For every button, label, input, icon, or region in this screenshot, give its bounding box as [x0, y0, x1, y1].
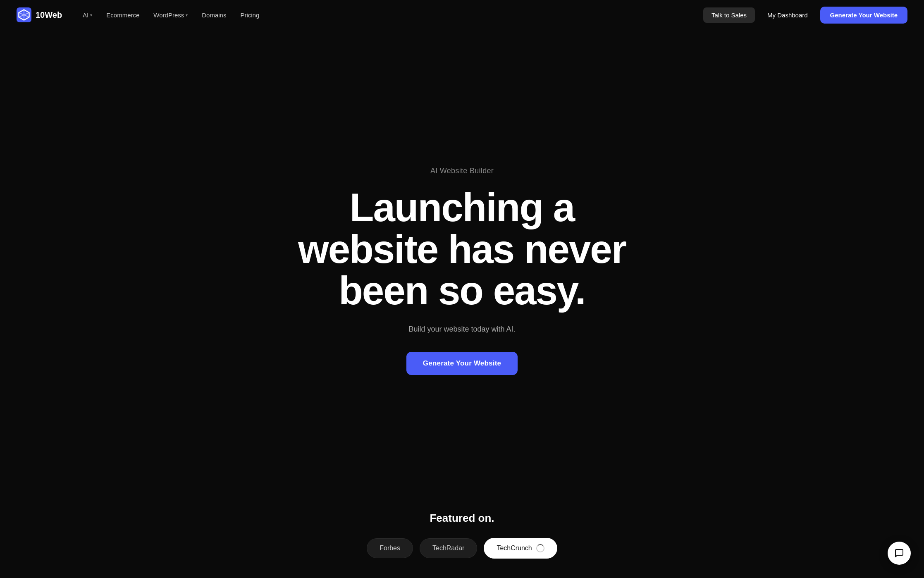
loading-spinner	[536, 544, 544, 552]
nav-link-ai[interactable]: AI ▾	[77, 8, 98, 22]
generate-website-nav-button[interactable]: Generate Your Website	[820, 7, 907, 24]
logo[interactable]: 10Web	[17, 7, 62, 22]
generate-website-hero-button[interactable]: Generate Your Website	[406, 352, 518, 375]
chat-icon	[894, 548, 904, 558]
brand-name: 10Web	[36, 10, 62, 20]
featured-badge-techradar: TechRadar	[420, 538, 477, 558]
nav-link-wordpress[interactable]: WordPress ▾	[148, 8, 193, 22]
hero-description: Build your website today with AI.	[408, 325, 515, 334]
featured-section: Featured on. Forbes TechRadar TechCrunch	[0, 495, 924, 578]
hero-section: AI Website Builder Launching a website h…	[0, 30, 924, 495]
featured-badge-techcrunch: TechCrunch	[484, 538, 557, 559]
nav-link-pricing[interactable]: Pricing	[234, 8, 265, 22]
nav-link-ecommerce[interactable]: Ecommerce	[100, 8, 145, 22]
featured-logos: Forbes TechRadar TechCrunch	[367, 538, 557, 559]
chat-button[interactable]	[888, 542, 911, 565]
featured-title: Featured on.	[430, 512, 494, 525]
logo-icon	[17, 7, 31, 22]
hero-title: Launching a website has never been so ea…	[276, 187, 648, 312]
talk-to-sales-button[interactable]: Talk to Sales	[703, 7, 755, 23]
nav-right: Talk to Sales My Dashboard Generate Your…	[703, 7, 907, 24]
hero-subtitle: AI Website Builder	[430, 167, 494, 175]
nav-link-domains[interactable]: Domains	[196, 8, 232, 22]
my-dashboard-button[interactable]: My Dashboard	[762, 8, 814, 22]
nav-left: 10Web AI ▾ Ecommerce WordPress ▾ Domains…	[17, 7, 265, 22]
featured-badge-forbes: Forbes	[367, 538, 413, 558]
main-nav: 10Web AI ▾ Ecommerce WordPress ▾ Domains…	[0, 0, 924, 30]
nav-links: AI ▾ Ecommerce WordPress ▾ Domains Prici…	[77, 8, 265, 22]
chevron-down-icon: ▾	[186, 13, 188, 17]
chevron-down-icon: ▾	[90, 13, 92, 17]
